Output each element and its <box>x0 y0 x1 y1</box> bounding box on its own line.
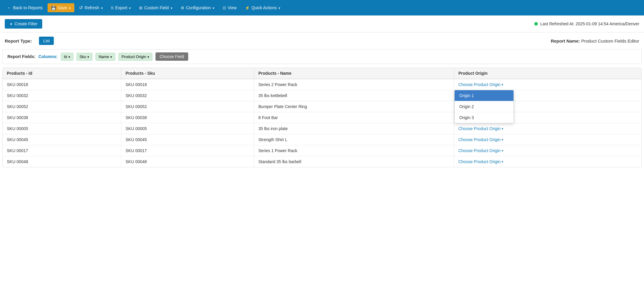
table-row: SKU 00017SKU 00017Series 1 Power RackCho… <box>3 145 641 156</box>
field-id-label: Id <box>64 54 67 59</box>
report-name: Report Name: Product Custom Fields Edito… <box>551 38 639 43</box>
cell-sku: SKU 00045 <box>121 134 254 145</box>
columns-label: Columns: <box>38 54 58 59</box>
dropdown-item[interactable]: Origin 1 <box>455 90 513 101</box>
choose-origin-label: Choose Product Origin <box>458 126 501 131</box>
choose-origin-button[interactable]: Choose Product Origin ▾ <box>458 148 504 153</box>
create-filter-button[interactable]: Create Filter <box>5 19 42 29</box>
create-filter-label: Create Filter <box>15 21 37 26</box>
cell-sku: SKU 00048 <box>121 156 254 167</box>
export-button[interactable]: Export <box>108 3 134 12</box>
cell-name: Strength Shirt L <box>254 134 454 145</box>
cell-sku: SKU 00018 <box>121 79 254 90</box>
report-name-prefix: Report Name: <box>551 38 580 43</box>
grid-icon <box>139 5 142 10</box>
cell-origin: Choose Product Origin ▾ <box>454 134 641 145</box>
top-nav: Back to Reports Save Refresh Export Cust… <box>0 0 644 15</box>
table-row: SKU 00048SKU 00048Standard 35 lbs barbel… <box>3 156 641 167</box>
field-tag-product-origin[interactable]: Product Origin <box>118 53 153 61</box>
cell-name: Bumper Plate Center Ring <box>254 101 454 112</box>
custom-field-caret-icon <box>171 5 172 10</box>
dropdown-item[interactable]: Origin 3 <box>455 112 513 123</box>
cell-origin: Choose Product Origin ▾ <box>454 123 641 134</box>
cell-name: 35 lbs kettlebell <box>254 90 454 101</box>
col-header-id: Products - Id <box>3 68 121 79</box>
report-info: Report Type: List Report Name: Product C… <box>0 32 644 49</box>
export-label: Export <box>115 5 127 10</box>
custom-field-button[interactable]: Custom Field <box>136 3 176 12</box>
data-table: Products - Id Products - Sku Products - … <box>3 68 641 167</box>
choose-field-button[interactable]: Choose Field <box>155 52 189 61</box>
field-sku-caret <box>87 54 89 59</box>
choose-origin-button[interactable]: Choose Product Origin ▾ <box>458 126 504 131</box>
table-row: SKU 00045SKU 00045Strength Shirt LChoose… <box>3 134 641 145</box>
field-tag-name[interactable]: Name <box>95 53 115 61</box>
cell-id: SKU 00032 <box>3 90 121 101</box>
choose-origin-label: Choose Product Origin <box>458 137 501 142</box>
fields-label: Report Fields: <box>7 54 35 59</box>
configuration-label: Configuration <box>186 5 211 10</box>
cell-id: SKU 00005 <box>3 123 121 134</box>
table-row: SKU 00052SKU 00052Bumper Plate Center Ri… <box>3 101 641 112</box>
save-caret-icon <box>69 5 71 10</box>
table-row: SKU 00018SKU 00018Series 2 Power RackCho… <box>3 79 641 90</box>
choose-field-label: Choose Field <box>160 54 184 59</box>
filter-icon <box>10 21 13 26</box>
report-type-button[interactable]: List <box>39 37 54 45</box>
choose-origin-button[interactable]: Choose Product Origin ▾ <box>458 82 504 87</box>
cell-id: SKU 00017 <box>3 145 121 156</box>
field-product-origin-label: Product Origin <box>122 54 146 59</box>
lightning-icon <box>245 5 250 10</box>
origin-caret-icon: ▾ <box>502 138 503 142</box>
cell-origin: Choose Product Origin ▾Origin 1Origin 2O… <box>454 79 641 90</box>
field-product-origin-caret <box>147 54 149 59</box>
choose-origin-button[interactable]: Choose Product Origin ▾ <box>458 137 504 142</box>
save-icon <box>51 5 56 10</box>
field-tag-sku[interactable]: Sku <box>76 53 92 61</box>
refresh-label: Refresh <box>85 5 99 10</box>
cell-id: SKU 00045 <box>3 134 121 145</box>
save-label: Save <box>58 5 67 10</box>
cell-name: Series 1 Power Rack <box>254 145 454 156</box>
table-row: SKU 00038SKU 000388 Foot BarChoose Produ… <box>3 112 641 123</box>
origin-dropdown: Origin 1Origin 2Origin 3 <box>454 90 514 123</box>
origin-caret-icon: ▾ <box>502 83 503 87</box>
field-tag-id[interactable]: Id <box>61 53 73 61</box>
col-header-origin: Product Origin <box>454 68 641 79</box>
quick-actions-label: Quick Actions <box>252 5 277 10</box>
cell-id: SKU 00052 <box>3 101 121 112</box>
cell-sku: SKU 00005 <box>121 123 254 134</box>
report-name-value: Product Custom Fields Editor <box>581 38 639 43</box>
table-header-row: Products - Id Products - Sku Products - … <box>3 68 641 79</box>
arrow-left-icon <box>7 5 11 10</box>
origin-caret-icon: ▾ <box>502 127 503 131</box>
cell-sku: SKU 00038 <box>121 112 254 123</box>
refresh-status: Last Refreshed At: 2025-01-09 14:54 Amer… <box>534 21 639 26</box>
data-table-container: Products - Id Products - Sku Products - … <box>2 68 642 167</box>
origin-caret-icon: ▾ <box>502 160 503 164</box>
cell-name: 8 Foot Bar <box>254 112 454 123</box>
field-name-label: Name <box>99 54 109 59</box>
cell-id: SKU 00048 <box>3 156 121 167</box>
choose-origin-label: Choose Product Origin <box>458 82 501 87</box>
back-to-reports-button[interactable]: Back to Reports <box>4 3 46 12</box>
configuration-button[interactable]: Configuration <box>177 3 218 12</box>
view-label: View <box>228 5 237 10</box>
report-type-label: Report Type: <box>5 38 32 43</box>
col-header-name: Products - Name <box>254 68 454 79</box>
report-type-value: List <box>43 38 50 43</box>
green-status-dot <box>534 22 538 26</box>
view-button[interactable]: View <box>219 3 240 12</box>
dropdown-item[interactable]: Origin 2 <box>455 101 513 112</box>
custom-field-label: Custom Field <box>144 5 169 10</box>
cell-origin: Choose Product Origin ▾ <box>454 145 641 156</box>
save-button[interactable]: Save <box>48 3 74 12</box>
choose-origin-button[interactable]: Choose Product Origin ▾ <box>458 159 504 164</box>
refresh-button[interactable]: Refresh <box>76 3 106 13</box>
table-row: SKU 00005SKU 0000535 lbs iron plateChoos… <box>3 123 641 134</box>
cell-origin: Choose Product Origin ▾ <box>454 156 641 167</box>
view-icon <box>223 5 226 10</box>
quick-actions-caret-icon <box>279 5 280 10</box>
field-name-caret <box>110 54 112 59</box>
quick-actions-button[interactable]: Quick Actions <box>241 3 284 12</box>
